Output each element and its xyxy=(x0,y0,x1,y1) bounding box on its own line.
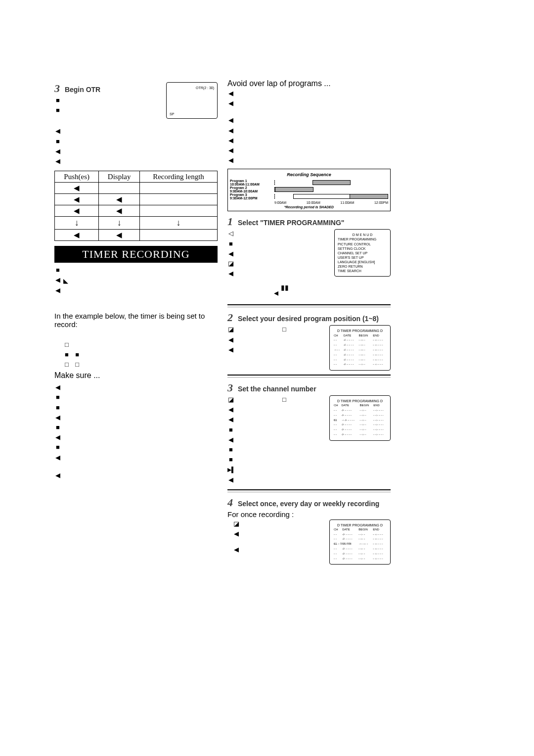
tick: 10:00AM xyxy=(307,201,320,204)
bullet: ◀ xyxy=(227,146,391,155)
th: BEGIN xyxy=(357,527,372,532)
th: CH xyxy=(333,333,343,338)
menu-item: TIME SEARCH xyxy=(338,269,387,273)
bullet: ◀ xyxy=(54,127,218,136)
bullet: □ □ xyxy=(54,360,218,369)
th: DATE xyxy=(340,403,358,408)
bullet: ◀ xyxy=(54,433,218,442)
step-title-4: Select once, every day or weekly recordi… xyxy=(238,500,379,508)
osd-timer-table-ch: D TIMER PROGRAMMING D CH DATE BEGIN END … xyxy=(329,395,391,441)
osd-menu: D M E N U D TIMER PROGRAMMING PICTURE CO… xyxy=(334,229,391,277)
once-recording-label: For once recording : xyxy=(227,510,391,519)
bullet: ■ xyxy=(54,403,218,412)
step-number-3r: 3 xyxy=(227,381,233,394)
bullet: ◀ xyxy=(227,475,391,484)
bullet: ◀ xyxy=(227,99,391,108)
bullet: ◀ xyxy=(227,116,391,125)
divider xyxy=(227,304,391,307)
tape-icon: ▮▮ xyxy=(281,284,289,291)
th: END xyxy=(372,527,387,532)
osd-otr-bottom: SP xyxy=(170,112,174,116)
bullet: ◀ xyxy=(227,156,391,165)
bullet: ◀ xyxy=(54,453,218,462)
osd-timer-table: D TIMER PROGRAMMING D CH DATE BEGIN END … xyxy=(329,325,391,371)
osd-timer-title: D TIMER PROGRAMMING D xyxy=(333,399,387,403)
pushes-h3: Recording length xyxy=(140,171,218,183)
p2-time: 9:00AM-10:00AM xyxy=(230,189,258,193)
menu-item: CHANNEL SET UP xyxy=(338,251,387,255)
pushes-h2: Display xyxy=(99,171,140,183)
bullet: ◀ xyxy=(227,136,391,145)
bullet: ◀ xyxy=(54,383,218,392)
bullet: ■ xyxy=(54,393,218,402)
step-number-4: 4 xyxy=(227,496,233,509)
divider xyxy=(227,375,391,378)
tick: 9:00AM xyxy=(274,201,286,204)
step-number-2: 2 xyxy=(227,311,233,324)
step-title-2: Select your desired program position (1~… xyxy=(238,315,379,323)
menu-item: SETTING CLOCK xyxy=(338,246,387,251)
step-number-3: 3 xyxy=(54,82,60,94)
osd-otr-top: OTR(2 : 30) xyxy=(170,86,214,90)
timeline-note: *Recording period is SHADED xyxy=(230,205,388,209)
recording-sequence-diagram: Recording Sequence Program 1 10:00AM-11:… xyxy=(227,169,391,211)
bullet: ■ xyxy=(54,266,218,275)
pushes-table: Push(es) Display Recording length ◀ ◀◀ ◀… xyxy=(54,171,218,241)
p3-label: Program 3 xyxy=(230,193,247,196)
bullet: ◀ xyxy=(54,471,218,480)
bullet: ◀ xyxy=(54,286,218,295)
th: END xyxy=(372,333,387,338)
step-title-begin-otr: Begin OTR xyxy=(65,86,100,94)
bullet: ■ xyxy=(54,137,218,146)
bullet: ■ xyxy=(54,423,218,432)
p3-time: 9:30AM-12:00PM xyxy=(230,196,258,200)
osd-timer-title: D TIMER PROGRAMMING D xyxy=(333,523,387,527)
date-value: 61→7/05 FRI xyxy=(333,542,357,547)
example-line: In the example below, the timer is being… xyxy=(54,312,218,329)
ch-value: 61 xyxy=(333,418,340,423)
bullet: ◀ xyxy=(227,89,391,98)
make-sure: Make sure ... xyxy=(54,371,218,380)
tick: 11:00AM xyxy=(340,201,354,204)
th: CH xyxy=(333,403,340,408)
bullet: ■ xyxy=(227,445,391,454)
bullet: ◂ xyxy=(227,287,391,299)
divider xyxy=(227,489,391,492)
p1-time: 10:00AM-11:00AM xyxy=(230,183,260,186)
p1-label: Program 1 xyxy=(230,179,247,183)
bullet: ◀ xyxy=(54,413,218,422)
bullet: ◀ xyxy=(54,147,218,156)
bullet: □ xyxy=(54,340,218,349)
th: BEGIN xyxy=(358,333,372,338)
osd-timer-title: D TIMER PROGRAMMING D xyxy=(333,329,387,333)
bullet: ■ xyxy=(54,443,218,452)
menu-item: PICTURE CONTROL xyxy=(338,242,387,246)
th: CH xyxy=(333,527,341,532)
step-title-1: Select "TIMER PROGRAMMING" xyxy=(238,219,345,227)
step-title-3: Set the channel number xyxy=(238,385,316,393)
banner-timer-recording: TIMER RECORDING xyxy=(54,246,218,263)
p2-label: Program 2 xyxy=(230,186,247,189)
bullet: ▶▌ xyxy=(227,465,391,474)
th: END xyxy=(372,403,387,408)
bullet: ◀ ◣ xyxy=(54,276,218,284)
th: DATE xyxy=(343,333,358,338)
bullet: ■ xyxy=(227,455,391,464)
menu-item: LANGUAGE [ENGLISH] xyxy=(338,260,387,264)
bullet: ◀ xyxy=(227,126,391,135)
step-number-1: 1 xyxy=(227,215,233,228)
th: DATE xyxy=(341,527,357,532)
th: BEGIN xyxy=(359,403,373,408)
osd-timer-table-date: D TIMER PROGRAMMING D CH DATE BEGIN END … xyxy=(329,520,391,565)
bullet: ◀ xyxy=(54,157,218,166)
tick: 12:00PM xyxy=(374,201,388,204)
avoid-overlap: Avoid over lap of programs ... xyxy=(227,79,391,88)
pushes-h1: Push(es) xyxy=(55,171,99,183)
bullet: ■ ■ xyxy=(54,350,218,359)
menu-item: ZERO RETURN xyxy=(338,264,387,269)
menu-item: TIMER PROGRAMMING xyxy=(338,237,387,241)
menu-item: USER'S SET UP xyxy=(338,255,387,260)
menu-title: D M E N U D xyxy=(338,233,387,237)
timeline-title: Recording Sequence xyxy=(230,172,388,177)
osd-otr-display: OTR(2 : 30) SP xyxy=(166,82,218,119)
